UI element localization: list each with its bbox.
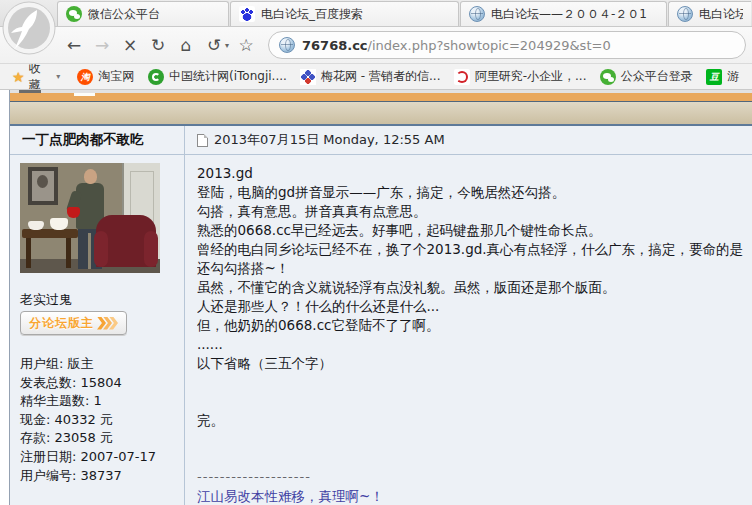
tab-strip: 微信公众平台 电白论坛_百度搜索 电白论坛——２００４-２０1 电白论坛 [57, 1, 752, 26]
author-panel: 老实过鬼 分论坛版主 用户组: 版主发表总数: 15804精华主题数: 1现金:… [10, 155, 185, 505]
bookmark-favicon-icon: 淘 [77, 69, 93, 85]
post-line [197, 450, 752, 469]
url-path: /index.php?showtopic=204929&st=0 [368, 38, 611, 53]
tab-favicon-icon [239, 6, 255, 22]
stat-value: 15804 [81, 375, 122, 390]
post-line: 但，他奶奶的0668.cc它登陆不了了啊。 [197, 317, 752, 336]
stat-separator: : [72, 449, 81, 464]
bookmark-label: 阿里研究-小企业，... [475, 68, 587, 85]
favorites-menu-button[interactable]: ★ 收藏 ▾ [6, 64, 66, 90]
author-stat: 注册日期: 2007-07-17 [20, 448, 184, 467]
browser-tab[interactable]: 电白论坛 [668, 1, 751, 26]
stat-label: 发表总数 [20, 375, 72, 390]
moderator-badge-label: 分论坛版主 [29, 315, 94, 332]
post-line [197, 393, 752, 412]
bookmark-item[interactable]: 阿里研究-小企业，... [447, 66, 593, 88]
author-stat: 存款: 23058 元 [20, 429, 184, 448]
home-button[interactable]: ⌂ [172, 31, 200, 59]
bookmark-favicon-icon: 豆 [706, 69, 722, 85]
favorite-page-button[interactable]: ☆ [232, 31, 260, 59]
tab-bar: 微信公众平台 电白论坛_百度搜索 电白论坛——２００４-２０1 电白论坛 [0, 0, 752, 27]
bookmark-item[interactable]: 中国统计网(iTongji.... [141, 66, 293, 88]
post-line [197, 431, 752, 450]
tab-title: 电白论坛_百度搜索 [261, 6, 450, 23]
author-stat: 精华主题数: 1 [20, 392, 184, 411]
bookmarks-list: 淘 淘宝网 中国统计网(iTongji.... 梅花网 - 营销者的信... 阿… [70, 66, 746, 88]
browser-tab[interactable]: 微信公众平台 [57, 1, 229, 26]
stat-separator: : [72, 375, 81, 390]
stop-button[interactable]: × [116, 31, 144, 59]
post-line: 以下省略（三五个字） [197, 355, 752, 374]
author-stats: 用户组: 版主发表总数: 15804精华主题数: 1现金: 40332 元存款:… [20, 355, 184, 485]
address-bar[interactable]: 76768.cc/index.php?showtopic=204929&st=0 [268, 31, 746, 59]
bookmark-label: 中国统计网(iTongji.... [169, 68, 287, 85]
post-table: 一丁点肥肉都不敢吃 2013年07月15日 Monday, 12:55 AM [10, 126, 752, 505]
stat-label: 用户组 [20, 356, 59, 371]
post-line: 2013.gd [197, 165, 752, 184]
stat-value: 23058 元 [55, 430, 114, 445]
bookmarks-bar: ★ 收藏 ▾ 淘 淘宝网 中国统计网(iTongji.... 梅花网 - 营销者… [0, 64, 752, 90]
bookmark-item[interactable]: 淘 淘宝网 [70, 66, 141, 88]
bookmark-label: 公众平台登录 [621, 68, 693, 85]
bookmark-label: 淘宝网 [98, 68, 134, 85]
post-date: 2013年07月15日 Monday, 12:55 AM [214, 131, 445, 149]
session-dropdown-caret-icon[interactable]: ▾ [222, 41, 232, 50]
forum-page: 一丁点肥肉都不敢吃 2013年07月15日 Monday, 12:55 AM [10, 90, 752, 505]
stat-value: 2007-07-17 [81, 449, 157, 464]
post-line: 熟悉的0668.cc早已经远去。好事吧，起码键盘那几个键性命长点。 [197, 222, 752, 241]
bookmark-favicon-glyph [148, 69, 164, 85]
post-content: 2013.gd登陆，电脑的gd拼音显示——广东，搞定，今晚居然还勾搭。勾搭，真有… [185, 155, 752, 505]
stat-separator: : [85, 393, 94, 408]
stat-separator: : [59, 356, 68, 371]
forward-button[interactable]: → [88, 31, 116, 59]
stat-label: 精华主题数 [20, 393, 85, 408]
topic-title: 一丁点肥肉都不敢吃 [10, 126, 185, 154]
url-text: 76768.cc/index.php?showtopic=204929&st=0 [302, 38, 611, 53]
stat-separator: : [72, 468, 81, 483]
moderator-badge-button[interactable]: 分论坛版主 [20, 311, 127, 335]
browser-logo-icon[interactable] [2, 1, 56, 55]
post-line: 人还是那些人？！什么的什么还是什么... [197, 298, 752, 317]
forum-subheader-bar [10, 102, 752, 126]
bookmark-favicon-glyph: 淘 [77, 69, 93, 85]
author-stat: 用户编号: 38737 [20, 467, 184, 486]
bookmark-favicon-glyph [300, 69, 316, 85]
tab-favicon-icon [469, 6, 485, 22]
tab-favicon-icon [66, 6, 82, 22]
tab-title: 微信公众平台 [88, 6, 220, 23]
stat-separator: : [46, 412, 55, 427]
post-date-row: 2013年07月15日 Monday, 12:55 AM [185, 126, 752, 154]
clipped-text-fragment [74, 93, 95, 96]
post-document-icon [197, 134, 208, 147]
bookmark-label: 梅花网 - 营销者的信... [321, 68, 440, 85]
bookmark-favicon-icon [454, 69, 470, 85]
site-globe-icon [279, 37, 295, 53]
bookmark-favicon-icon [148, 69, 164, 85]
refresh-button[interactable]: ↻ [144, 31, 172, 59]
tab-title: 电白论坛 [699, 6, 743, 23]
back-button[interactable]: ← [60, 31, 88, 59]
url-domain: 76768.cc [302, 38, 368, 53]
avatar [20, 163, 160, 273]
navigation-toolbar: ← → × ↻ ⌂ ↺ ▾ ☆ 76768.cc/index.php?showt… [0, 27, 752, 64]
post-line: 还勾勾搭搭~！ [197, 260, 752, 279]
favorites-caret-icon: ▾ [56, 72, 60, 81]
post-line: 虽然，不懂它的含义就说轻浮有点没礼貌。虽然，版面还是那个版面。 [197, 279, 752, 298]
stat-label: 注册日期 [20, 449, 72, 464]
bookmark-item[interactable]: 梅花网 - 营销者的信... [293, 66, 447, 88]
stat-value: 1 [94, 393, 102, 408]
stat-value: 38737 [81, 468, 122, 483]
post-line: 勾搭，真有意思。拼音真真有点意思。 [197, 203, 752, 222]
author-username: 老实过鬼 [20, 291, 184, 307]
tab-title: 电白论坛——２００４-２０1 [491, 6, 658, 23]
author-stat: 现金: 40332 元 [20, 411, 184, 430]
browser-tab[interactable]: 电白论坛_百度搜索 [230, 1, 459, 26]
post-line: ...... [197, 336, 752, 355]
bookmark-item[interactable]: 豆 游 [699, 66, 746, 88]
bookmark-item[interactable]: 公众平台登录 [593, 66, 699, 88]
browser-window: 微信公众平台 电白论坛_百度搜索 电白论坛——２００４-２０1 电白论坛 ← →… [0, 0, 752, 505]
favorites-star-icon: ★ [12, 69, 25, 85]
page-viewport: 一丁点肥肉都不敢吃 2013年07月15日 Monday, 12:55 AM [0, 90, 752, 505]
forum-header-bar [10, 93, 752, 103]
browser-tab[interactable]: 电白论坛——２００４-２０1 [460, 1, 667, 26]
